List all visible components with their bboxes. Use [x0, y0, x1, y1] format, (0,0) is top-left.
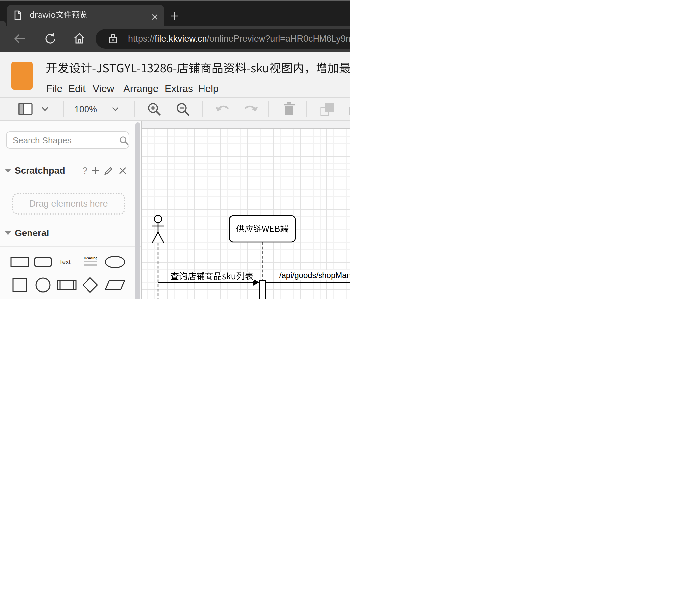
svg-text:Heading: Heading [83, 256, 97, 260]
